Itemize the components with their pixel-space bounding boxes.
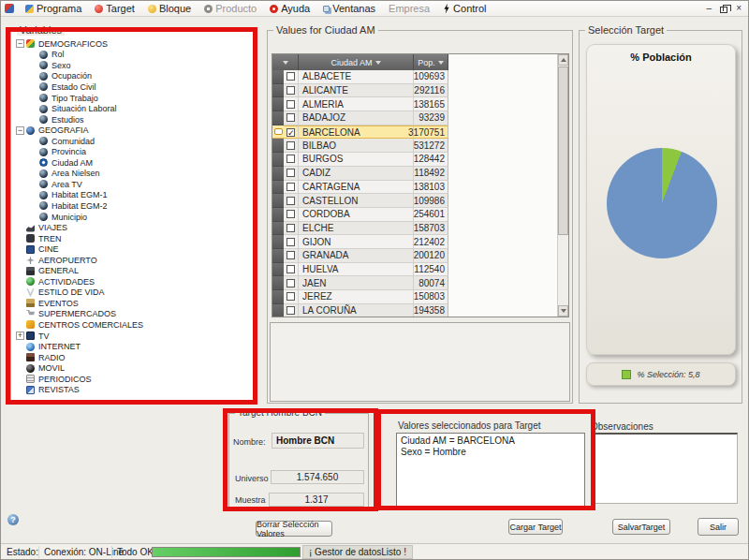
- row-checkbox[interactable]: [286, 279, 295, 287]
- muestra-field[interactable]: 1.317: [269, 493, 364, 507]
- tree-item[interactable]: Ocupación: [16, 71, 253, 82]
- column-header-pop[interactable]: Pop.: [414, 54, 448, 70]
- row-checkbox[interactable]: [286, 183, 295, 191]
- row-checkbox[interactable]: [286, 100, 295, 109]
- menu-item-empresa[interactable]: Empresa: [382, 1, 436, 17]
- table-row[interactable]: JEREZ150803: [272, 290, 448, 304]
- expander-plus-icon[interactable]: +: [16, 332, 24, 340]
- row-checkbox[interactable]: [286, 292, 295, 301]
- row-checkbox[interactable]: [286, 155, 295, 163]
- tree-item[interactable]: VIAJES: [16, 222, 253, 233]
- tree-item[interactable]: SUPERMERCADOS: [16, 309, 253, 320]
- tree-item[interactable]: ACTIVIDADES: [16, 276, 253, 287]
- row-checkbox[interactable]: [286, 238, 295, 246]
- minimize-button[interactable]: –: [707, 2, 712, 15]
- table-row[interactable]: ELCHE158703: [272, 222, 448, 236]
- tree-item[interactable]: Provincia: [16, 146, 253, 157]
- tree-item[interactable]: Comunidad: [16, 136, 253, 147]
- row-checkbox[interactable]: [286, 113, 295, 122]
- borrar-seleccion-button[interactable]: Borrar Selección Valores: [256, 521, 332, 537]
- tree-item[interactable]: Rol: [16, 50, 253, 61]
- tree-item[interactable]: ESTILO DE VIDA: [16, 287, 253, 299]
- row-checkbox[interactable]: [286, 72, 295, 81]
- salir-button[interactable]: Salir: [698, 518, 739, 536]
- tree-item[interactable]: AEROPUERTO: [16, 255, 253, 266]
- help-icon[interactable]: ?: [7, 514, 19, 525]
- table-row[interactable]: ALBACETE109693: [272, 70, 448, 84]
- table-row[interactable]: CASTELLON109986: [272, 194, 448, 208]
- tree-item[interactable]: +TV: [16, 331, 253, 342]
- menu-item-programa[interactable]: Programa: [19, 1, 88, 17]
- table-row[interactable]: GIJON212402: [272, 235, 448, 249]
- table-row[interactable]: ALMERIA138165: [272, 97, 448, 111]
- observaciones-textarea[interactable]: [591, 433, 738, 504]
- tree-item[interactable]: Area Nielsen: [16, 169, 253, 180]
- tree-item[interactable]: −GEOGRAFIA: [16, 125, 253, 136]
- tree-item[interactable]: TREN: [16, 233, 253, 244]
- row-checkbox[interactable]: [286, 224, 295, 232]
- table-row[interactable]: BURGOS128442: [272, 153, 448, 167]
- table-row[interactable]: ALICANTE292116: [272, 84, 448, 98]
- menu-item-ayuda[interactable]: Ayuda: [263, 1, 316, 17]
- table-row[interactable]: BILBAO531272: [272, 139, 448, 153]
- vertical-scrollbar[interactable]: [557, 54, 568, 317]
- nombre-field[interactable]: Hombre BCN: [272, 433, 364, 449]
- row-checkbox[interactable]: [286, 306, 295, 315]
- expander-minus-icon[interactable]: −: [16, 39, 24, 48]
- tree-item[interactable]: INTERNET: [16, 341, 253, 352]
- scroll-up-button[interactable]: [558, 54, 568, 66]
- scroll-down-button[interactable]: [558, 305, 568, 317]
- table-row[interactable]: BADAJOZ93239: [272, 111, 448, 125]
- cargar-target-button[interactable]: Cargar Target: [508, 519, 563, 535]
- table-row[interactable]: CADIZ118492: [272, 167, 448, 181]
- tree-item[interactable]: Estudios: [16, 114, 253, 125]
- tree-item[interactable]: −DEMOGRAFICOS: [16, 38, 253, 50]
- tree-item[interactable]: EVENTOS: [16, 298, 253, 309]
- close-button[interactable]: ×: [736, 2, 742, 15]
- table-row[interactable]: JAEN80074: [272, 276, 448, 290]
- table-row[interactable]: HUELVA112540: [272, 263, 448, 277]
- valores-listbox[interactable]: Ciudad AM = BARCELONASexo = Hombre: [396, 433, 585, 508]
- tree-item[interactable]: Habitat EGM-2: [16, 200, 253, 212]
- row-checkbox[interactable]: [286, 86, 295, 95]
- table-row[interactable]: CARTAGENA138103: [272, 181, 448, 195]
- menu-item-producto[interactable]: Producto: [198, 1, 263, 17]
- salvar-target-button[interactable]: SalvarTarget: [612, 519, 670, 535]
- tree-item[interactable]: Municipio: [16, 212, 253, 223]
- row-checkbox[interactable]: [286, 251, 295, 259]
- tree-item[interactable]: Area TV: [16, 179, 253, 190]
- tree-item[interactable]: Tipo Trabajo: [16, 93, 253, 104]
- menu-item-ventanas[interactable]: Ventanas: [316, 1, 382, 17]
- table-row[interactable]: ✓BARCELONA3170751: [272, 125, 448, 140]
- tree-item[interactable]: CENTROS COMERCIALES: [16, 319, 253, 331]
- row-checkbox[interactable]: [286, 265, 295, 273]
- menu-item-control[interactable]: Control: [436, 1, 492, 17]
- tree-item[interactable]: Situación Laboral: [16, 103, 253, 114]
- tree-item[interactable]: CINE: [16, 243, 253, 255]
- menu-item-target[interactable]: Target: [88, 1, 141, 17]
- row-checkbox[interactable]: [286, 141, 295, 150]
- table-row[interactable]: LA CORUÑA194358: [272, 304, 448, 317]
- tree-item[interactable]: RADIO: [16, 352, 253, 363]
- menu-item-bloque[interactable]: Bloque: [141, 1, 198, 17]
- tree-item[interactable]: REVISTAS: [16, 385, 253, 396]
- row-checkbox[interactable]: [286, 197, 295, 205]
- tree-item[interactable]: PERIODICOS: [16, 374, 253, 385]
- tree-item[interactable]: Sexo: [16, 60, 253, 71]
- column-header-ciudad[interactable]: Ciudad AM: [299, 54, 414, 70]
- tree-item[interactable]: Estado Civil: [16, 81, 253, 93]
- restore-button[interactable]: [720, 7, 727, 13]
- filter-column-header[interactable]: [272, 54, 299, 70]
- row-checkbox[interactable]: [286, 169, 295, 177]
- row-checkbox[interactable]: [286, 210, 295, 218]
- table-row[interactable]: CORDOBA254601: [272, 208, 448, 222]
- tree-item[interactable]: MOVIL: [16, 362, 253, 374]
- expander-minus-icon[interactable]: −: [16, 126, 24, 135]
- tree-item[interactable]: Ciudad AM: [16, 157, 253, 169]
- table-row[interactable]: GRANADA200120: [272, 249, 448, 263]
- row-checkbox[interactable]: ✓: [286, 128, 295, 137]
- tree-item[interactable]: Habitat EGM-1: [16, 190, 253, 201]
- universo-field[interactable]: 1.574.650: [271, 470, 364, 484]
- scrollbar-thumb[interactable]: [558, 66, 568, 235]
- tree-item[interactable]: GENERAL: [16, 265, 253, 276]
